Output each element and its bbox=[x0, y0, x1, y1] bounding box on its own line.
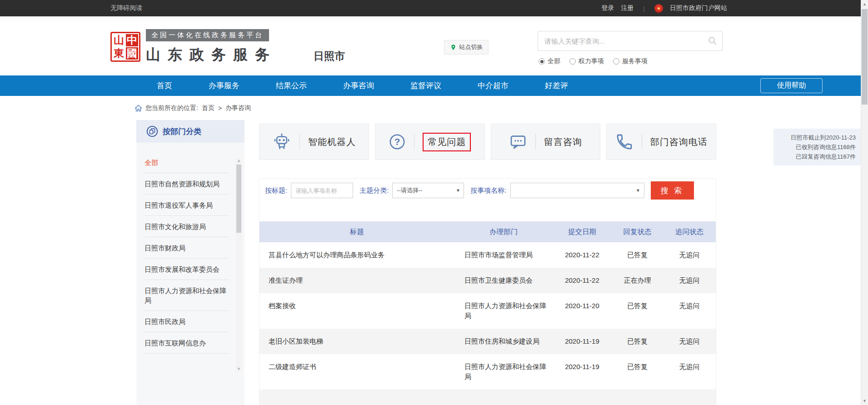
seal-char: 中 bbox=[126, 34, 138, 46]
card-divider bbox=[535, 134, 536, 150]
sidebar-item[interactable]: 日照市民政局 bbox=[136, 311, 244, 332]
filter-category-value: --请选择-- bbox=[397, 186, 422, 195]
table-row[interactable]: 档案接收 日照市人力资源和社会保障局 2020-11-20 已答复 无追问 bbox=[259, 293, 716, 329]
search-button[interactable]: 搜 索 bbox=[651, 181, 694, 200]
question-icon: ? bbox=[389, 133, 406, 150]
table-row[interactable]: 准生证办理 日照市卫生健康委员会 2020-11-22 正在办理 无追问 bbox=[259, 268, 716, 293]
scroll-down-icon[interactable]: ▼ bbox=[236, 366, 242, 372]
table-row[interactable]: 老旧小区加装电梯 日照市住房和城乡建设局 2020-11-19 已答复 无追问 bbox=[259, 329, 716, 354]
topbar-right: 登录 注册 | ★ 日照市政府门户网站 bbox=[602, 4, 727, 13]
nav-item-services[interactable]: 办事服务 bbox=[209, 80, 239, 91]
radio-icon[interactable] bbox=[613, 58, 619, 65]
filter-category-select[interactable]: --请选择-- ▼ bbox=[392, 183, 464, 198]
nav-item-consult[interactable]: 办事咨询 bbox=[343, 80, 374, 91]
logo[interactable]: 山 中 東 國 全国一体化在线政务服务平台 山东政务服务 bbox=[110, 27, 277, 65]
seal-char: 山 bbox=[113, 34, 125, 46]
message-icon bbox=[509, 133, 527, 151]
breadcrumb-home[interactable]: 首页 bbox=[202, 104, 215, 112]
scope-service[interactable]: 服务事项 bbox=[613, 57, 648, 65]
scroll-up-icon[interactable]: ▲ bbox=[236, 158, 242, 164]
robot-icon bbox=[272, 132, 291, 151]
breadcrumb-separator: > bbox=[218, 105, 222, 112]
sidebar-item[interactable]: 日照市退役军人事务局 bbox=[136, 195, 244, 216]
nav-item-home[interactable]: 首页 bbox=[157, 80, 172, 91]
cell-date: 2020-11-22 bbox=[553, 242, 612, 268]
keyword-search-input[interactable] bbox=[538, 31, 708, 50]
breadcrumb-current[interactable]: 办事咨询 bbox=[225, 104, 251, 112]
portal-link[interactable]: 日照市政府门户网站 bbox=[670, 4, 727, 12]
page-scroll-thumb[interactable] bbox=[862, 9, 868, 105]
cell-title[interactable]: 准生证办理 bbox=[259, 268, 454, 293]
sidebar-item[interactable]: 日照市互联网信息办 bbox=[136, 332, 244, 354]
radio-icon[interactable] bbox=[569, 58, 576, 65]
search-icon[interactable] bbox=[708, 36, 718, 46]
keyword-search bbox=[538, 31, 723, 51]
brand-title: 山东政务服务 bbox=[146, 45, 277, 65]
cell-dept: 日照市市场监督管理局 bbox=[454, 242, 553, 268]
sidebar-item[interactable]: 日照市发展和改革委员会 bbox=[136, 259, 244, 280]
filter-title-label: 按标题: bbox=[265, 186, 287, 195]
scroll-up-icon[interactable]: ▲ bbox=[861, 1, 868, 7]
stats-line-2: 已收到咨询信息1168件 bbox=[778, 142, 856, 152]
page-scrollbar[interactable]: ▲ ▼ bbox=[861, 0, 868, 405]
filter-name-label: 按事项名称: bbox=[470, 186, 506, 195]
radio-selected-icon[interactable] bbox=[539, 58, 545, 65]
accessibility-link[interactable]: 无障碍阅读 bbox=[110, 4, 142, 12]
scope-power-label: 权力事项 bbox=[579, 57, 604, 65]
cell-title[interactable]: 老旧小区加装电梯 bbox=[259, 329, 454, 354]
filter-title-input[interactable] bbox=[291, 183, 353, 198]
table-row-partial[interactable] bbox=[259, 390, 716, 405]
scope-all[interactable]: 全部 bbox=[539, 57, 560, 65]
sidebar-item[interactable]: 日照市自然资源和规划局 bbox=[136, 173, 244, 195]
sidebar-scroll-thumb[interactable] bbox=[236, 165, 241, 233]
sidebar-item[interactable]: 日照市人力资源和社会保障局 bbox=[136, 280, 244, 311]
sidebar-item[interactable]: 日照市财政局 bbox=[136, 237, 244, 259]
filter-name-select[interactable]: ▼ bbox=[510, 183, 644, 198]
sidebar-scrollbar[interactable]: ▲ ▼ bbox=[236, 158, 242, 372]
cell-title[interactable]: 莒县什么地方可以办理商品条形码业务 bbox=[259, 242, 454, 268]
nav-item-results[interactable]: 结果公示 bbox=[276, 80, 307, 91]
cell-follow: 无追问 bbox=[663, 268, 716, 293]
channel-message[interactable]: 留言咨询 bbox=[491, 124, 601, 160]
login-link[interactable]: 登录 bbox=[602, 4, 614, 12]
table-row[interactable]: 二级建造师证书 日照市人力资源和社会保障局 2020-11-19 已答复 无追问 bbox=[259, 354, 716, 390]
topbar: 无障碍阅读 登录 注册 | ★ 日照市政府门户网站 bbox=[0, 0, 868, 16]
channel-robot[interactable]: 智能机器人 bbox=[259, 124, 369, 160]
cell-dept: 日照市住房和城乡建设局 bbox=[454, 329, 553, 354]
sidebar-item[interactable]: 日照市文化和旅游局 bbox=[136, 216, 244, 237]
topbar-separator: | bbox=[644, 5, 645, 12]
department-list: 全部 日照市自然资源和规划局 日照市退役军人事务局 日照市文化和旅游局 日照市财… bbox=[136, 143, 244, 354]
nav-item-agency[interactable]: 中介超市 bbox=[478, 80, 509, 91]
cell-title[interactable]: 档案接收 bbox=[259, 293, 454, 329]
card-divider bbox=[299, 134, 300, 150]
cell-date: 2020-11-19 bbox=[553, 329, 612, 354]
faq-panel: 按标题: 主题分类: --请选择-- ▼ 按事项名称: ▼ 搜 索 标题 办理部… bbox=[259, 178, 716, 405]
table-row[interactable]: 莒县什么地方可以办理商品条形码业务 日照市市场监督管理局 2020-11-22 … bbox=[259, 242, 716, 268]
help-button[interactable]: 使用帮助 bbox=[760, 78, 823, 93]
nav-list: 首页 办事服务 结果公示 办事咨询 监督评议 中介超市 好差评 bbox=[0, 75, 868, 96]
filter-bar: 按标题: 主题分类: --请选择-- ▼ 按事项名称: ▼ 搜 索 bbox=[259, 179, 716, 202]
col-title: 标题 bbox=[259, 227, 454, 237]
home-icon bbox=[135, 105, 142, 111]
table-header: 标题 办理部门 提交日期 回复状态 追问状态 bbox=[259, 221, 716, 242]
scope-power[interactable]: 权力事项 bbox=[569, 57, 604, 65]
register-link[interactable]: 注册 bbox=[621, 4, 634, 12]
site-switch-label: 站点切换 bbox=[459, 43, 483, 51]
cell-title[interactable]: 二级建造师证书 bbox=[259, 354, 454, 390]
cell-date: 2020-11-19 bbox=[553, 354, 612, 390]
scroll-down-icon[interactable]: ▼ bbox=[861, 398, 868, 404]
breadcrumb-prefix: 您当前所在的位置: bbox=[145, 104, 198, 112]
svg-text:?: ? bbox=[394, 136, 400, 147]
chevron-down-icon: ▼ bbox=[636, 188, 640, 193]
channel-phone[interactable]: 部门咨询电话 bbox=[606, 124, 716, 160]
header: 山 中 東 國 全国一体化在线政务服务平台 山东政务服务 日照市 站点切换 bbox=[0, 16, 868, 75]
cell-reply: 已答复 bbox=[612, 242, 663, 268]
cell-follow: 无追问 bbox=[663, 354, 716, 390]
nav-item-supervise[interactable]: 监督评议 bbox=[410, 80, 441, 91]
sidebar-item-all[interactable]: 全部 bbox=[136, 152, 244, 173]
nav-item-rating[interactable]: 好差评 bbox=[545, 80, 568, 91]
logo-text: 全国一体化在线政务服务平台 山东政务服务 bbox=[146, 27, 277, 65]
site-switch-button[interactable]: 站点切换 bbox=[444, 40, 489, 55]
national-emblem-icon: ★ bbox=[654, 4, 663, 13]
channel-faq[interactable]: ? 常见问题 bbox=[375, 124, 485, 160]
